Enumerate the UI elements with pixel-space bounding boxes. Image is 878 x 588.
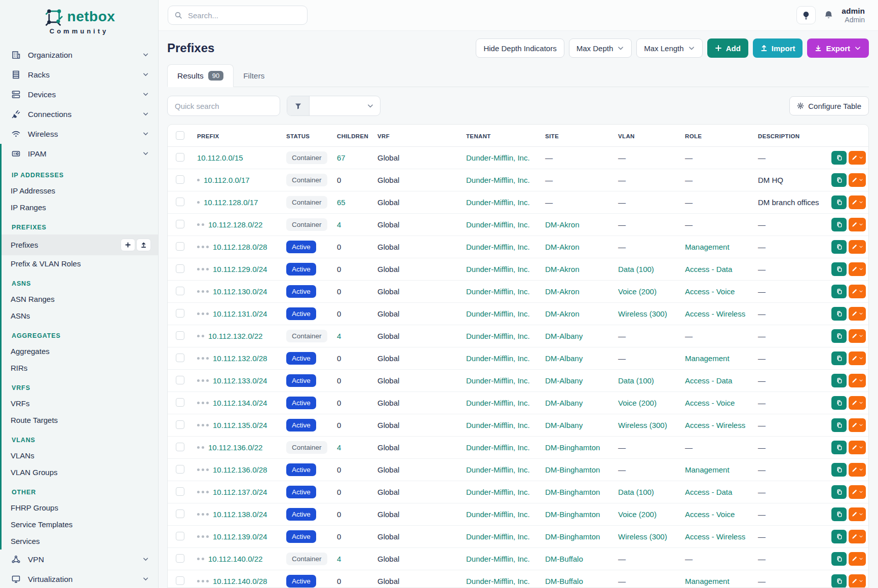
prefix-link[interactable]: 10.112.128.0/17: [204, 198, 258, 207]
max-depth-dropdown[interactable]: Max Depth: [569, 38, 632, 58]
saved-filter-select[interactable]: [310, 96, 380, 115]
role-link[interactable]: Access - Voice: [685, 287, 735, 296]
children-count-link[interactable]: 4: [337, 443, 341, 452]
tenant-link[interactable]: Dunder-Mifflin, Inc.: [466, 577, 530, 585]
edit-button[interactable]: [849, 552, 866, 566]
edit-button[interactable]: [849, 307, 866, 321]
tenant-link[interactable]: Dunder-Mifflin, Inc.: [466, 287, 530, 296]
prefix-link[interactable]: 10.112.134.0/24: [213, 399, 267, 407]
site-link[interactable]: DM-Binghamton: [545, 532, 600, 541]
edit-button[interactable]: [849, 507, 866, 521]
edit-button[interactable]: [849, 351, 866, 365]
clone-button[interactable]: [831, 329, 847, 343]
sidebar-item-rirs[interactable]: RIRs: [2, 360, 158, 376]
clone-button[interactable]: [831, 262, 847, 276]
prefix-link[interactable]: 10.112.0.0/17: [204, 176, 250, 184]
row-checkbox[interactable]: [176, 309, 184, 318]
prefix-link[interactable]: 10.112.133.0/24: [213, 376, 267, 385]
row-checkbox[interactable]: [176, 331, 184, 340]
tenant-link[interactable]: Dunder-Mifflin, Inc.: [466, 309, 530, 318]
edit-button[interactable]: [849, 151, 866, 165]
row-checkbox[interactable]: [176, 420, 184, 429]
column-header-vlan[interactable]: VLAN: [613, 125, 680, 147]
sidebar-item-fhrp-groups[interactable]: FHRP Groups: [2, 499, 158, 516]
vlan-link[interactable]: Voice (200): [618, 287, 657, 296]
clone-button[interactable]: [831, 507, 847, 521]
clone-button[interactable]: [831, 418, 847, 432]
clone-button[interactable]: [831, 151, 847, 165]
sidebar-item-route-targets[interactable]: Route Targets: [2, 412, 158, 428]
brand[interactable]: netbox Community: [0, 0, 158, 38]
site-link[interactable]: DM-Binghamton: [545, 510, 600, 519]
clone-button[interactable]: [831, 441, 847, 454]
sidebar-item-asn-ranges[interactable]: ASN Ranges: [2, 291, 158, 307]
edit-button[interactable]: [849, 218, 866, 231]
prefix-link[interactable]: 10.112.128.0/22: [208, 220, 262, 229]
column-header-role[interactable]: ROLE: [680, 125, 753, 147]
tab-results[interactable]: Results 90: [167, 64, 234, 87]
sidebar-item-services[interactable]: Services: [2, 533, 158, 550]
site-link[interactable]: DM-Albany: [545, 421, 583, 429]
children-count-link[interactable]: 67: [337, 153, 346, 162]
edit-button[interactable]: [849, 463, 866, 477]
role-link[interactable]: Access - Voice: [685, 399, 735, 407]
tenant-link[interactable]: Dunder-Mifflin, Inc.: [466, 332, 530, 340]
clone-button[interactable]: [831, 195, 847, 209]
prefix-link[interactable]: 10.112.132.0/22: [208, 332, 262, 340]
sidebar-item-devices[interactable]: Devices: [0, 85, 158, 104]
tenant-link[interactable]: Dunder-Mifflin, Inc.: [466, 465, 530, 474]
edit-button[interactable]: [849, 195, 866, 209]
row-checkbox[interactable]: [176, 576, 184, 585]
quick-add-button[interactable]: [121, 239, 135, 251]
quick-import-button[interactable]: [136, 239, 151, 251]
site-link[interactable]: DM-Albany: [545, 399, 583, 407]
clone-button[interactable]: [831, 485, 847, 499]
row-checkbox[interactable]: [176, 264, 184, 273]
vlan-link[interactable]: Voice (200): [618, 510, 657, 519]
site-link[interactable]: DM-Akron: [545, 220, 580, 229]
role-link[interactable]: Access - Data: [685, 376, 732, 385]
sidebar-item-connections[interactable]: Connections: [0, 104, 158, 124]
sidebar-item-wireless[interactable]: Wireless: [0, 124, 158, 144]
vlan-link[interactable]: Data (100): [618, 488, 654, 496]
prefix-link[interactable]: 10.112.128.0/28: [213, 243, 267, 251]
role-link[interactable]: Management: [685, 465, 730, 474]
sidebar-item-prefix-vlan-roles[interactable]: Prefix & VLAN Roles: [2, 255, 158, 272]
theme-toggle-button[interactable]: [796, 6, 816, 24]
role-link[interactable]: Management: [685, 354, 730, 363]
clone-button[interactable]: [831, 463, 847, 477]
edit-button[interactable]: [849, 530, 866, 543]
sidebar-item-ip-ranges[interactable]: IP Ranges: [2, 199, 158, 216]
tenant-link[interactable]: Dunder-Mifflin, Inc.: [466, 176, 530, 184]
site-link[interactable]: DM-Binghamton: [545, 488, 600, 496]
sidebar-item-vpn[interactable]: VPN: [0, 550, 158, 569]
sidebar-item-aggregates[interactable]: Aggregates: [2, 343, 158, 360]
notifications-bell-icon[interactable]: [824, 10, 833, 20]
add-button[interactable]: Add: [707, 38, 748, 58]
role-link[interactable]: Access - Wireless: [685, 309, 745, 318]
row-checkbox[interactable]: [176, 398, 184, 407]
sidebar-item-vlan-groups[interactable]: VLAN Groups: [2, 464, 158, 481]
tenant-link[interactable]: Dunder-Mifflin, Inc.: [466, 153, 530, 162]
row-checkbox[interactable]: [176, 554, 184, 563]
edit-button[interactable]: [849, 329, 866, 343]
column-header-tenant[interactable]: TENANT: [461, 125, 540, 147]
site-link[interactable]: DM-Albany: [545, 354, 583, 363]
edit-button[interactable]: [849, 240, 866, 254]
site-link[interactable]: DM-Buffalo: [545, 577, 583, 585]
role-link[interactable]: Access - Wireless: [685, 532, 745, 541]
tenant-link[interactable]: Dunder-Mifflin, Inc.: [466, 443, 530, 452]
row-checkbox[interactable]: [176, 532, 184, 540]
sidebar-item-ipam[interactable]: IPAM: [2, 144, 158, 164]
site-link[interactable]: DM-Akron: [545, 243, 580, 251]
vlan-link[interactable]: Wireless (300): [618, 532, 667, 541]
edit-button[interactable]: [849, 285, 866, 298]
prefix-link[interactable]: 10.112.130.0/24: [213, 287, 267, 296]
max-length-dropdown[interactable]: Max Length: [636, 38, 702, 58]
tenant-link[interactable]: Dunder-Mifflin, Inc.: [466, 555, 530, 563]
site-link[interactable]: DM-Akron: [545, 265, 580, 273]
site-link[interactable]: DM-Albany: [545, 332, 583, 340]
configure-table-button[interactable]: Configure Table: [789, 96, 869, 115]
row-checkbox[interactable]: [176, 287, 184, 295]
prefix-link[interactable]: 10.112.0.0/15: [197, 153, 243, 162]
